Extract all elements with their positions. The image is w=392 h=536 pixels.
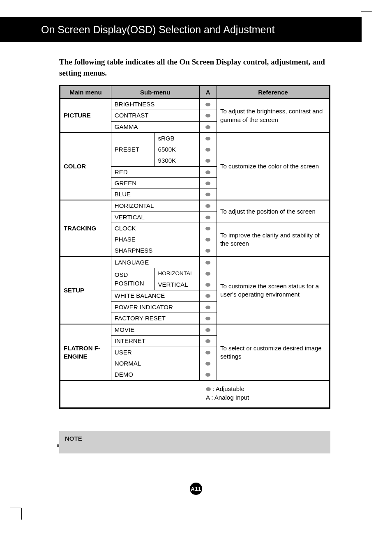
sub-user: USER — [111, 347, 199, 358]
legend-adjustable-text: : Adjustable — [212, 385, 244, 392]
dot-cell — [199, 189, 217, 200]
legend-row: : Adjustable A : Analog Input — [60, 380, 330, 408]
sub-osd-h: HORIZONTAL — [154, 268, 199, 279]
th-reference: Reference — [217, 86, 330, 99]
dot-cell — [199, 347, 217, 358]
sub-contrast: CONTRAST — [111, 110, 199, 121]
table-header-row: Main menu Sub-menu A Reference — [60, 86, 330, 99]
crop-mark — [10, 508, 21, 508]
dot-icon — [205, 328, 210, 332]
dot-icon — [205, 373, 210, 377]
dot-icon — [205, 339, 210, 343]
dot-icon — [205, 170, 210, 174]
dot-cell — [199, 200, 217, 212]
dot-icon — [205, 351, 210, 354]
sub-normal: NORMAL — [111, 358, 199, 369]
crop-mark — [368, 508, 372, 520]
dot-cell — [199, 279, 217, 290]
dot-icon — [205, 159, 210, 163]
main-picture: PICTURE — [60, 99, 111, 133]
dot-cell — [199, 155, 217, 166]
intro-text: The following table indicates all the On… — [59, 57, 330, 78]
dot-icon — [205, 272, 210, 276]
note-box: NOTE — [59, 431, 330, 453]
dot-cell — [199, 268, 217, 279]
dot-cell — [199, 212, 217, 223]
dot-cell — [199, 110, 217, 121]
ref-color: To customize the color of the screen — [217, 133, 330, 200]
sub-clock: CLOCK — [111, 223, 199, 234]
dot-icon — [205, 125, 210, 129]
sub-white-balance: WHITE BALANCE — [111, 290, 199, 301]
dot-icon — [205, 306, 210, 309]
dot-icon — [205, 216, 210, 219]
bullet-icon — [57, 444, 59, 447]
sub-phase: PHASE — [111, 234, 199, 245]
legend-cell: : Adjustable A : Analog Input — [60, 380, 330, 408]
manual-page: On Screen Display(OSD) Selection and Adj… — [0, 0, 392, 536]
sub-srgb: sRGB — [154, 133, 199, 144]
sub-osd-position: OSD POSITION — [111, 268, 154, 290]
dot-cell — [199, 166, 217, 177]
dot-cell — [199, 301, 217, 313]
sub-power-indicator: POWER INDICATOR — [111, 301, 199, 313]
dot-cell — [199, 245, 217, 257]
dot-icon — [205, 182, 210, 185]
th-a: A — [199, 86, 217, 99]
crop-mark — [21, 508, 25, 520]
dot-icon — [205, 114, 210, 117]
dot-cell — [199, 144, 217, 155]
dot-cell — [199, 336, 217, 347]
sub-6500k: 6500K — [154, 144, 199, 155]
dot-icon — [205, 317, 210, 320]
sub-vertical: VERTICAL — [111, 212, 199, 223]
osd-table: Main menu Sub-menu A Reference PICTURE B… — [59, 85, 330, 409]
dot-cell — [199, 133, 217, 144]
legend-adjustable: : Adjustable — [206, 385, 326, 393]
dot-icon — [205, 238, 210, 242]
th-main: Main menu — [60, 86, 111, 99]
main-tracking: TRACKING — [60, 200, 111, 256]
content-area: The following table indicates all the On… — [59, 57, 330, 453]
note-title: NOTE — [65, 435, 325, 442]
sub-factory-reset: FACTORY RESET — [111, 313, 199, 324]
dot-cell — [199, 177, 217, 189]
main-fengine: FLATRON F-ENGINE — [60, 324, 111, 380]
dot-cell — [199, 99, 217, 110]
ref-picture: To adjust the brightness, contrast and g… — [217, 99, 330, 133]
section-title: On Screen Display(OSD) Selection and Adj… — [41, 24, 274, 36]
sub-preset: PRESET — [111, 133, 154, 166]
sub-gamma: GAMMA — [111, 121, 199, 133]
crop-mark — [368, 0, 372, 12]
sub-brightness: BRIGHTNESS — [111, 99, 199, 110]
main-color: COLOR — [60, 133, 111, 200]
dot-icon — [205, 362, 210, 366]
page-number-badge: A11 — [190, 483, 202, 495]
dot-icon — [205, 193, 210, 196]
dot-icon — [205, 283, 210, 287]
main-setup: SETUP — [60, 257, 111, 324]
page-number: A11 — [191, 486, 201, 492]
sub-blue: BLUE — [111, 189, 199, 200]
sub-demo: DEMO — [111, 369, 199, 381]
dot-cell — [199, 257, 217, 268]
dot-cell — [199, 121, 217, 133]
sub-language: LANGUAGE — [111, 257, 199, 268]
sub-red: RED — [111, 166, 199, 177]
th-sub: Sub-menu — [111, 86, 199, 99]
sub-osd-v: VERTICAL — [154, 279, 199, 290]
crop-mark — [361, 12, 372, 12]
ref-tracking-clarity: To improve the clarity and stability of … — [217, 223, 330, 256]
dot-icon — [205, 261, 210, 265]
sub-sharpness: SHARPNESS — [111, 245, 199, 257]
dot-icon — [205, 294, 210, 298]
dot-icon — [205, 227, 210, 230]
legend-analog: A : Analog Input — [206, 393, 326, 402]
dot-cell — [199, 313, 217, 324]
dot-cell — [199, 369, 217, 381]
sub-horizontal: HORIZONTAL — [111, 200, 199, 212]
section-header: On Screen Display(OSD) Selection and Adj… — [0, 17, 362, 42]
ref-fengine: To select or customize desired image set… — [217, 324, 330, 380]
sub-green: GREEN — [111, 177, 199, 189]
dot-icon — [205, 204, 210, 208]
